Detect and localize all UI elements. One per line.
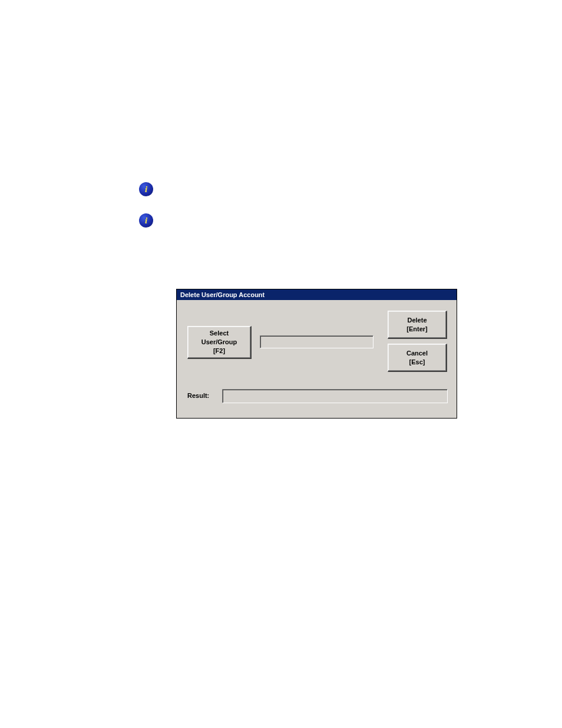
info-icon: i bbox=[139, 213, 153, 228]
button-label-line: User/Group bbox=[201, 338, 237, 347]
button-label-line: [F2] bbox=[213, 347, 225, 355]
select-usergroup-button[interactable]: Select User/Group [F2] bbox=[187, 326, 252, 359]
button-label-line: [Esc] bbox=[409, 358, 425, 367]
usergroup-field[interactable] bbox=[260, 335, 373, 348]
info-glyph: i bbox=[145, 216, 147, 225]
info-icon: i bbox=[139, 182, 153, 196]
cancel-button[interactable]: Cancel [Esc] bbox=[388, 344, 447, 372]
button-label-line: [Enter] bbox=[406, 325, 427, 334]
button-label-line: Delete bbox=[407, 316, 427, 325]
dialog-titlebar: Delete User/Group Account bbox=[177, 289, 457, 300]
info-glyph: i bbox=[145, 185, 147, 194]
dialog-title-text: Delete User/Group Account bbox=[180, 291, 265, 298]
delete-usergroup-dialog: Delete User/Group Account Select User/Gr… bbox=[176, 289, 457, 419]
dialog-body: Select User/Group [F2] Delete [Enter] Ca… bbox=[177, 300, 457, 418]
button-label-line: Select bbox=[210, 329, 229, 338]
result-label: Result: bbox=[187, 392, 209, 399]
delete-button[interactable]: Delete [Enter] bbox=[388, 311, 447, 339]
button-label-line: Cancel bbox=[406, 349, 428, 358]
result-field bbox=[222, 389, 448, 403]
